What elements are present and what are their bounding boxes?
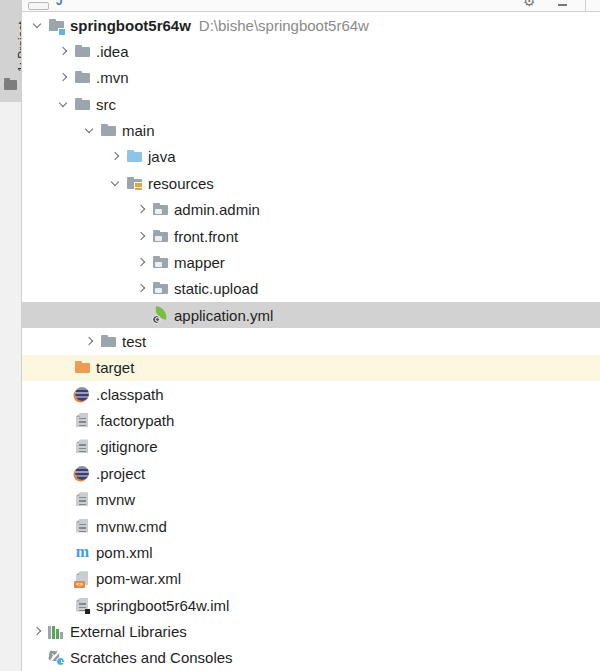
tree-item-label: .factorypath	[96, 412, 174, 429]
xml-file-icon: <>	[74, 570, 91, 587]
tree-row--mvn[interactable]: .mvn	[22, 65, 600, 91]
folder-orange-icon	[74, 359, 91, 376]
tree-item-label: mvnw	[96, 491, 135, 508]
tool-window-tab-project[interactable]: 1: Project	[0, 0, 21, 102]
folder-package-icon	[152, 254, 169, 271]
header-glyph-partial: J	[56, 0, 63, 8]
tree-row-mvnw-cmd[interactable]: mvnw.cmd	[22, 513, 600, 539]
maven-icon: m	[74, 544, 91, 561]
tree-item-label: front.front	[174, 228, 238, 245]
file-icon	[74, 412, 91, 429]
tree-item-label: static.upload	[174, 280, 258, 297]
libraries-icon	[48, 623, 65, 640]
tree-row-pom-war-xml[interactable]: <>pom-war.xml	[22, 566, 600, 592]
chevron-right-icon[interactable]	[130, 201, 152, 218]
tree-row-target[interactable]: target	[22, 355, 600, 381]
chevron-spacer	[52, 491, 74, 508]
tree-row-java[interactable]: java	[22, 144, 600, 170]
tree-item-label: main	[122, 122, 155, 139]
project-tool-window: 1: Project J ⚙ springboot5r64wD:\bishe\s…	[0, 0, 600, 671]
tree-row-main[interactable]: main	[22, 117, 600, 143]
project-tool-window-icon	[4, 80, 17, 90]
eclipse-icon	[74, 386, 91, 403]
left-toolwindow-strip: 1: Project	[0, 0, 22, 671]
tree-item-label: .gitignore	[96, 438, 158, 455]
chevron-right-icon[interactable]	[130, 228, 152, 245]
gear-icon[interactable]: ⚙	[523, 0, 536, 9]
toolbar-button-partial[interactable]	[28, 2, 49, 10]
project-tree[interactable]: springboot5r64wD:\bishe\springboot5r64w.…	[22, 12, 600, 671]
tree-item-label: mvnw.cmd	[96, 518, 167, 535]
tree-row-src[interactable]: src	[22, 91, 600, 117]
eclipse-icon	[74, 465, 91, 482]
tree-item-label: admin.admin	[174, 201, 260, 218]
tree-row-front-front[interactable]: front.front	[22, 223, 600, 249]
scratches-icon	[48, 649, 65, 666]
chevron-right-icon[interactable]	[78, 333, 100, 350]
tree-row-springboot5r64w[interactable]: springboot5r64wD:\bishe\springboot5r64w	[22, 12, 600, 38]
tree-item-label: application.yml	[174, 307, 273, 324]
project-path: D:\bishe\springboot5r64w	[199, 17, 369, 34]
file-icon	[74, 518, 91, 535]
chevron-spacer	[52, 412, 74, 429]
tree-row--project[interactable]: .project	[22, 460, 600, 486]
chevron-right-icon[interactable]	[26, 623, 48, 640]
chevron-spacer	[52, 518, 74, 535]
tree-row-springboot5r64w-iml[interactable]: springboot5r64w.iml	[22, 592, 600, 618]
file-icon	[74, 438, 91, 455]
folder-icon	[74, 43, 91, 60]
folder-package-icon	[152, 280, 169, 297]
chevron-spacer	[52, 359, 74, 376]
tree-row-scratches-and-consoles[interactable]: Scratches and Consoles	[22, 645, 600, 671]
folder-icon	[74, 96, 91, 113]
tree-item-label: External Libraries	[70, 623, 187, 640]
tree-item-label: .idea	[96, 43, 129, 60]
tool-window-tab-label: 1: Project	[16, 0, 21, 72]
chevron-right-icon[interactable]	[130, 280, 152, 297]
tree-row--gitignore[interactable]: .gitignore	[22, 434, 600, 460]
chevron-right-icon[interactable]	[130, 254, 152, 271]
chevron-down-icon[interactable]	[104, 175, 126, 192]
folder-package-icon	[152, 201, 169, 218]
minimize-icon[interactable]	[558, 4, 567, 6]
tree-item-label: pom.xml	[96, 544, 153, 561]
chevron-spacer	[26, 649, 48, 666]
tree-row-pom-xml[interactable]: mpom.xml	[22, 539, 600, 565]
header-separator	[585, 0, 586, 12]
folder-package-icon	[152, 228, 169, 245]
tree-row-mapper[interactable]: mapper	[22, 249, 600, 275]
tree-item-label: pom-war.xml	[96, 570, 181, 587]
tree-row--classpath[interactable]: .classpath	[22, 381, 600, 407]
chevron-spacer	[52, 597, 74, 614]
folder-icon	[100, 333, 117, 350]
tree-row--factorypath[interactable]: .factorypath	[22, 407, 600, 433]
chevron-down-icon[interactable]	[52, 96, 74, 113]
tree-item-label: .mvn	[96, 69, 129, 86]
project-folder-icon	[48, 17, 65, 34]
chevron-right-icon[interactable]	[52, 43, 74, 60]
iml-file-icon	[74, 597, 91, 614]
chevron-down-icon[interactable]	[78, 122, 100, 139]
tree-row-admin-admin[interactable]: admin.admin	[22, 197, 600, 223]
tree-row-mvnw[interactable]: mvnw	[22, 486, 600, 512]
tree-item-label: src	[96, 96, 116, 113]
folder-icon	[100, 122, 117, 139]
spring-yml-icon	[152, 307, 169, 324]
chevron-right-icon[interactable]	[104, 148, 126, 165]
tree-item-label: mapper	[174, 254, 225, 271]
tree-row-external-libraries[interactable]: External Libraries	[22, 618, 600, 644]
chevron-spacer	[52, 570, 74, 587]
tree-row-static-upload[interactable]: static.upload	[22, 276, 600, 302]
tree-row--idea[interactable]: .idea	[22, 38, 600, 64]
tree-item-label: test	[122, 333, 146, 350]
tree-row-application-yml[interactable]: application.yml	[22, 302, 600, 328]
tree-row-resources[interactable]: resources	[22, 170, 600, 196]
tree-item-label: .classpath	[96, 386, 164, 403]
chevron-right-icon[interactable]	[52, 69, 74, 86]
chevron-down-icon[interactable]	[26, 17, 48, 34]
file-icon	[74, 491, 91, 508]
tree-item-label: Scratches and Consoles	[70, 649, 233, 666]
chevron-spacer	[52, 544, 74, 561]
chevron-spacer	[52, 386, 74, 403]
tree-row-test[interactable]: test	[22, 328, 600, 354]
